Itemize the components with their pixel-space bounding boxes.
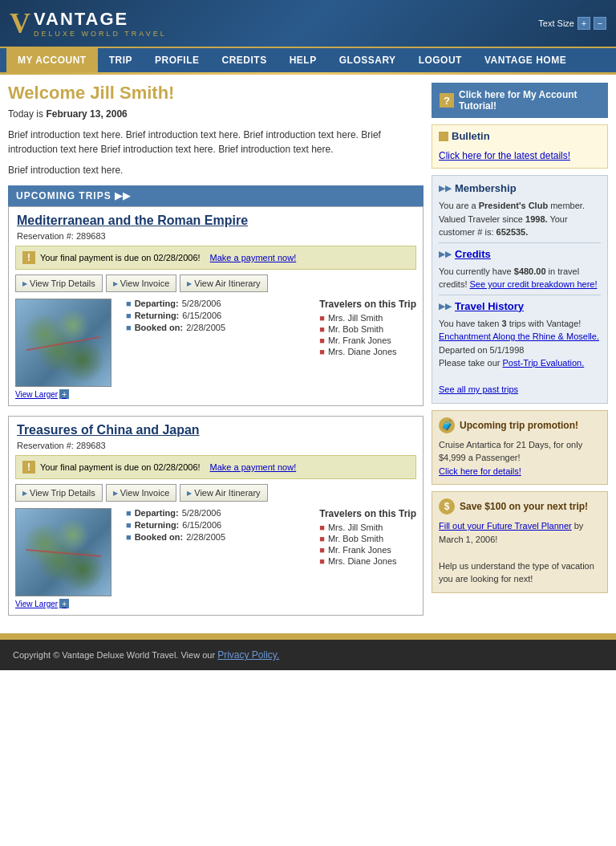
departing-row-1: ■ Departing: 5/28/2006: [126, 299, 313, 308]
nav-credits[interactable]: CREDITS: [211, 48, 278, 72]
footer-copyright: Copyright © Vantage Deluxe World Travel.…: [13, 650, 217, 660]
footer-strip: [0, 633, 616, 640]
logo-sub: DELUXE WORLD TRAVEL: [34, 30, 167, 38]
bullet-icon: ■: [319, 313, 325, 323]
traveler-1-3: ■ Mr. Frank Jones: [319, 336, 416, 345]
promo-section-2: $ Save $100 on your next trip! Fill out …: [432, 491, 608, 593]
payment-link-1[interactable]: Make a payment now!: [210, 253, 297, 262]
nav-help[interactable]: HELP: [278, 48, 328, 72]
travel-history-link[interactable]: Travel History: [455, 300, 524, 312]
text-size-increase-button[interactable]: +: [578, 17, 590, 30]
promo-icon-1: 🧳: [439, 417, 455, 433]
trip-dates-1: ■ Departing: 5/28/2006 ■ Returning: 6/15…: [126, 299, 313, 399]
credits-title-link[interactable]: Credits: [455, 248, 491, 260]
trip-actions-2: ▶ View Trip Details ▶ View Invoice ▶ Vie…: [9, 484, 423, 508]
trip-title-1[interactable]: Mediterranean and the Roman Empire: [9, 207, 423, 230]
travel-history-text: You have taken 3 trips with Vantage! Enc…: [439, 317, 601, 397]
trip-dates-2: ■ Departing: 5/28/2006 ■ Returning: 6/15…: [126, 508, 313, 608]
btn-arrow-icon: ▶: [187, 490, 192, 497]
departing-label-1: Departing:: [135, 299, 179, 308]
nav-my-account[interactable]: MY ACCOUNT: [6, 48, 98, 72]
bullet-icon: ■: [319, 336, 325, 345]
view-larger-1[interactable]: View Larger +: [15, 389, 120, 399]
nav-logout[interactable]: LOGOUT: [407, 48, 473, 72]
all-trips-link[interactable]: See all my past trips: [439, 384, 518, 394]
credit-amount: $480.00: [514, 266, 546, 276]
view-air-btn-1[interactable]: ▶ View Air Itinerary: [180, 275, 267, 292]
site-header: V VANTAGE DELUXE WORLD TRAVEL Text Size …: [0, 0, 616, 47]
arrow-icon: ▶▶: [439, 302, 452, 311]
returning-row-2: ■ Returning: 6/15/2006: [126, 520, 313, 530]
nav-profile[interactable]: PROFILE: [144, 48, 211, 72]
bulletin-square-icon: [439, 132, 448, 141]
nav-vantage-home[interactable]: VANTAGE HOME: [473, 48, 578, 72]
promo-link-2[interactable]: Fill out your Future Travel Planner: [439, 521, 572, 531]
text-size-control: Text Size + −: [538, 17, 606, 30]
btn-arrow-icon: ▶: [113, 280, 118, 287]
returning-label-1: Returning:: [135, 311, 180, 320]
trip-details-2: View Larger + ■ Departing: 5/28/2006 ■: [9, 508, 423, 615]
promo-text-1: Cruise Antartica for 21 Days, for only $…: [439, 438, 601, 478]
bullet-icon: ■: [319, 347, 325, 356]
travelers-section-1: Travelers on this Trip ■ Mrs. Jill Smith…: [319, 299, 416, 399]
view-larger-2[interactable]: View Larger +: [15, 599, 120, 608]
left-column: Welcome Jill Smith! Today is February 13…: [8, 83, 432, 625]
traveler-1-4: ■ Mrs. Diane Jones: [319, 347, 416, 356]
text-size-decrease-button[interactable]: −: [594, 17, 606, 30]
view-air-btn-2[interactable]: ▶ View Air Itinerary: [180, 484, 267, 502]
logo-text-block: VANTAGE DELUXE WORLD TRAVEL: [34, 9, 167, 38]
promo-title-2: $ Save $100 on your next trip!: [439, 498, 601, 515]
footer: Copyright © Vantage Deluxe World Travel.…: [0, 640, 616, 670]
departing-val-1: 5/28/2006: [182, 299, 221, 308]
view-invoice-btn-1[interactable]: ▶ View Invoice: [106, 275, 177, 292]
trip-history-link[interactable]: Enchantment Along the Rhine & Moselle.: [439, 331, 599, 341]
post-trip-eval-link[interactable]: Post-Trip Evaluation.: [503, 358, 585, 368]
main-nav: MY ACCOUNT TRIP PROFILE CREDITS HELP GLO…: [0, 47, 616, 72]
nav-trip[interactable]: TRIP: [98, 48, 144, 72]
intro-text-2: Brief introduction text here.: [8, 163, 424, 177]
year-value: 1998.: [525, 214, 548, 224]
payment-link-2[interactable]: Make a payment now!: [210, 462, 297, 472]
arrow-icon: ▶▶: [439, 184, 452, 193]
trip-card-2: Treasures of China and Japan Reservation…: [8, 416, 424, 616]
bullet-icon: ■: [126, 299, 132, 308]
map-image-2: [15, 508, 111, 596]
trip-map-1: View Larger +: [15, 299, 120, 399]
traveler-2-2: ■ Mr. Bob Smith: [319, 534, 416, 543]
view-trip-details-btn-2[interactable]: ▶ View Trip Details: [15, 484, 103, 502]
bulletin-content: Click here for the latest details!: [432, 147, 607, 168]
credits-text: You currently have $480.00 in travel cre…: [439, 265, 601, 291]
travelers-title-1: Travelers on this Trip: [319, 299, 416, 310]
promo-icon-2: $: [439, 498, 455, 515]
travelers-section-2: Travelers on this Trip ■ Mrs. Jill Smith…: [319, 508, 416, 608]
promo-link-1[interactable]: Click here for details!: [439, 466, 521, 476]
payment-text-1: Your final payment is due on 02/28/2006!: [40, 253, 201, 262]
traveler-2-4: ■ Mrs. Diane Jones: [319, 556, 416, 566]
travelers-title-2: Travelers on this Trip: [319, 508, 416, 519]
btn-arrow-icon: ▶: [22, 490, 27, 497]
view-invoice-btn-2[interactable]: ▶ View Invoice: [106, 484, 177, 502]
text-size-label: Text Size: [538, 18, 574, 28]
returning-row-1: ■ Returning: 6/15/2006: [126, 311, 313, 320]
bullet-icon: ■: [126, 508, 132, 518]
privacy-policy-link[interactable]: Privacy Policy.: [217, 649, 279, 661]
credit-breakdown-link[interactable]: See your credit breakdown here!: [470, 279, 598, 289]
question-mark-icon: ?: [440, 93, 454, 108]
reservation-1: Reservation #: 289683: [9, 230, 423, 246]
nav-glossary[interactable]: GLOSSARY: [328, 48, 407, 72]
payment-notice-2: ! Your final payment is due on 02/28/200…: [15, 455, 416, 479]
welcome-title: Welcome Jill Smith!: [8, 83, 424, 104]
view-trip-details-btn-1[interactable]: ▶ View Trip Details: [15, 275, 103, 292]
logo-name: VANTAGE: [34, 9, 167, 30]
bullet-icon: ■: [126, 323, 132, 332]
membership-title: ▶▶ Membership: [439, 182, 601, 194]
upcoming-trips-header: UPCOMING TRIPS ▶▶: [8, 185, 424, 206]
traveler-2-3: ■ Mr. Frank Jones: [319, 545, 416, 555]
plus-icon-2: +: [59, 599, 69, 608]
plus-icon-1: +: [59, 389, 69, 399]
trip-title-2[interactable]: Treasures of China and Japan: [9, 417, 423, 439]
logo-v-letter: V: [10, 6, 30, 40]
bulletin-link[interactable]: Click here for the latest details!: [439, 150, 570, 161]
tutorial-button[interactable]: ? Click here for My Account Tutorial!: [432, 83, 608, 118]
traveler-1-1: ■ Mrs. Jill Smith: [319, 313, 416, 323]
